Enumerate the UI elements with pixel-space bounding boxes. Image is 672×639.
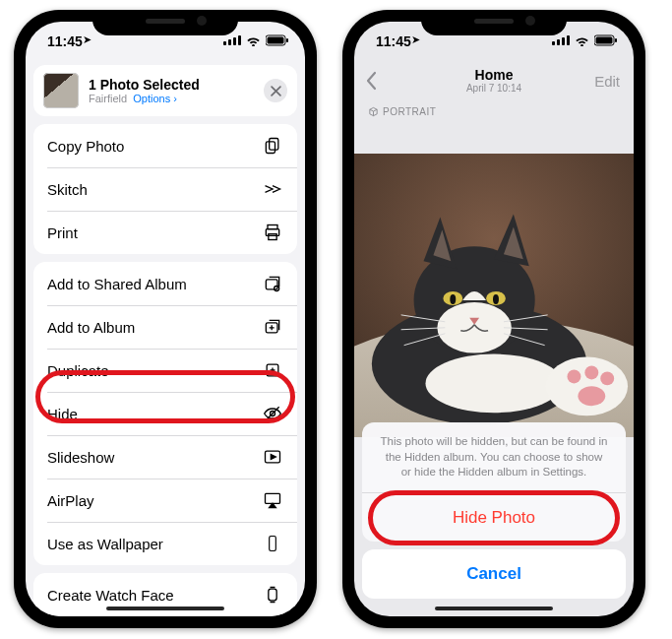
wallpaper-icon — [262, 533, 283, 554]
svg-point-34 — [600, 371, 614, 385]
action-label: Skitch — [47, 181, 262, 198]
svg-rect-19 — [596, 37, 613, 44]
cellular-icon — [223, 35, 241, 45]
left-phone-frame: 11:45 ➤ 1 Photo Sel — [14, 10, 317, 628]
action-label: Create Watch Face — [47, 587, 262, 604]
nav-subtitle: April 7 10:14 — [466, 83, 521, 94]
hide-photo-label: Hide Photo — [453, 508, 535, 528]
action-hide[interactable]: Hide — [33, 392, 297, 435]
svg-rect-15 — [270, 537, 276, 551]
battery-icon — [594, 34, 618, 46]
action-sheet-message: This photo will be hidden, but can be fo… — [362, 422, 626, 492]
album-icon — [262, 316, 283, 338]
nav-title: Home — [466, 68, 521, 83]
action-label: Duplicate — [47, 362, 262, 379]
location-arrow-icon: ➤ — [411, 33, 420, 46]
action-wallpaper[interactable]: Use as Wallpaper — [33, 522, 297, 565]
action-add-shared-album[interactable]: Add to Shared Album — [33, 262, 297, 305]
close-button[interactable] — [264, 79, 287, 102]
action-add-album[interactable]: Add to Album — [33, 305, 297, 349]
action-copy-photo[interactable]: Copy Photo — [33, 124, 297, 167]
svg-rect-4 — [266, 142, 275, 154]
action-label: Hide — [47, 406, 262, 422]
watch-icon — [262, 584, 283, 606]
wifi-icon — [575, 35, 589, 46]
selected-photo-thumbnail[interactable] — [43, 73, 79, 108]
action-print[interactable]: Print — [33, 211, 297, 254]
edit-button[interactable]: Edit — [594, 73, 620, 90]
cancel-label: Cancel — [466, 564, 521, 584]
slideshow-icon — [262, 446, 283, 468]
svg-rect-2 — [286, 38, 288, 42]
cancel-button[interactable]: Cancel — [362, 549, 626, 599]
action-label: Print — [47, 224, 262, 241]
svg-point-32 — [567, 369, 580, 383]
home-indicator[interactable] — [106, 607, 224, 610]
svg-point-31 — [546, 357, 628, 416]
svg-rect-8 — [266, 280, 277, 289]
svg-point-33 — [584, 366, 598, 380]
home-indicator[interactable] — [435, 607, 553, 610]
status-time: 11:45 — [376, 33, 411, 49]
share-title: 1 Photo Selected — [89, 77, 200, 93]
action-group-1: Copy Photo Skitch Print — [33, 124, 297, 254]
action-sheet: This photo will be hidden, but can be fo… — [354, 422, 634, 616]
airplay-icon — [262, 489, 283, 511]
cellular-icon — [552, 35, 570, 45]
svg-point-30 — [493, 294, 499, 304]
nav-bar: Home April 7 10:14 Edit — [354, 61, 634, 100]
share-options-link[interactable]: Options › — [133, 93, 177, 104]
status-time: 11:45 — [47, 33, 83, 49]
right-phone-frame: 11:45 ➤ Home April 7 10:14 Edit — [342, 10, 645, 628]
skitch-icon — [262, 178, 283, 200]
action-duplicate[interactable]: Duplicate — [33, 349, 297, 392]
photo-viewer[interactable] — [354, 154, 634, 437]
svg-rect-14 — [266, 493, 280, 503]
action-label: Use as Wallpaper — [47, 536, 262, 552]
svg-rect-1 — [268, 37, 284, 44]
print-icon — [262, 222, 283, 243]
shared-album-icon — [262, 273, 283, 294]
portrait-badge: PORTRAIT — [354, 100, 634, 123]
hide-icon — [262, 403, 283, 424]
action-slideshow[interactable]: Slideshow — [33, 435, 297, 479]
left-screen: 11:45 ➤ 1 Photo Sel — [26, 22, 305, 616]
svg-point-29 — [450, 294, 456, 304]
action-skitch[interactable]: Skitch — [33, 167, 297, 211]
svg-point-26 — [437, 302, 511, 353]
action-label: Add to Shared Album — [47, 276, 262, 292]
battery-icon — [266, 34, 289, 46]
svg-rect-16 — [269, 589, 276, 601]
share-header: 1 Photo Selected Fairfield Options › — [33, 65, 297, 116]
notch — [421, 10, 567, 35]
notch — [92, 10, 238, 35]
duplicate-icon — [262, 359, 283, 381]
hide-photo-button[interactable]: Hide Photo — [362, 492, 626, 542]
svg-point-35 — [578, 386, 605, 406]
svg-point-24 — [425, 354, 562, 414]
portrait-label: PORTRAIT — [383, 106, 436, 117]
location-arrow-icon: ➤ — [83, 33, 92, 46]
wifi-icon — [246, 35, 261, 46]
svg-rect-3 — [270, 139, 278, 151]
action-label: Slideshow — [47, 449, 262, 466]
action-airplay[interactable]: AirPlay — [33, 479, 297, 522]
right-screen: 11:45 ➤ Home April 7 10:14 Edit — [354, 22, 634, 616]
svg-rect-20 — [615, 38, 617, 42]
svg-rect-7 — [269, 234, 276, 240]
action-label: Add to Album — [47, 319, 262, 336]
action-label: Copy Photo — [47, 138, 262, 155]
action-group-2: Add to Shared Album Add to Album Duplica… — [33, 262, 297, 565]
back-button[interactable] — [364, 71, 378, 95]
action-label: AirPlay — [47, 492, 262, 509]
copy-icon — [262, 135, 283, 157]
action-sheet-card: This photo will be hidden, but can be fo… — [362, 422, 626, 542]
cube-icon — [368, 106, 379, 117]
share-location: Fairfield — [89, 93, 127, 104]
